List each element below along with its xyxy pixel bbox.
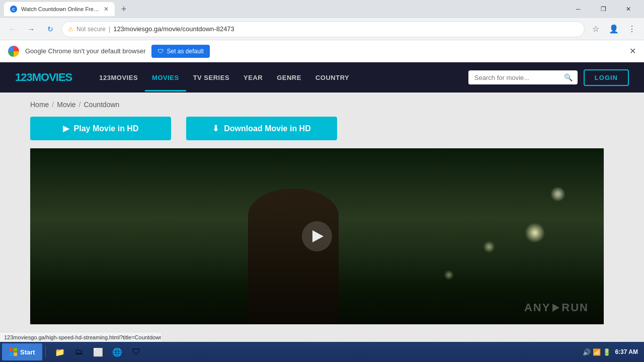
tab-title: Watch Countdown Online Free at 12 [21,6,100,12]
network-icon[interactable]: 📶 [593,348,601,356]
play-button[interactable]: ▶ Play Movie in HD [30,117,171,140]
taskbar: Start 📁 🗂 ⬜ 🌐 🛡 🔊 📶 🔋 6:37 AM [0,342,644,362]
play-icon: ▶ [63,124,69,133]
taskbar-app1-icon[interactable]: ⬜ [89,343,107,360]
site-nav: 123MOVIES 123MOVIES MOVIES TV SERIES YEA… [0,62,644,93]
chrome-logo [8,46,19,57]
reload-button[interactable]: ↻ [42,21,58,37]
toolbar-icons: ☆ 👤 ⋮ [588,21,640,37]
tab-bar: C Watch Countdown Online Free at 12 ✕ + [4,2,562,16]
menu-icon[interactable]: ⋮ [624,21,640,37]
back-button[interactable]: ← [4,21,20,37]
battery-icon[interactable]: 🔋 [603,348,611,356]
browser-titlebar: C Watch Countdown Online Free at 12 ✕ + … [0,0,644,18]
taskbar-security-icon[interactable]: 🛡 [127,343,145,360]
nav-year[interactable]: YEAR [236,64,270,92]
nav-links: 123MOVIES MOVIES TV SERIES YEAR GENRE CO… [92,64,468,92]
infobar-close-button[interactable]: ✕ [629,46,636,56]
nav-country[interactable]: COUNTRY [308,64,356,92]
browser-tab[interactable]: C Watch Countdown Online Free at 12 ✕ [4,2,115,16]
content-area: Home / Movie / Countdown ▶ Play Movie in… [0,93,644,330]
nav-genre[interactable]: GENRE [270,64,308,92]
protocol-label: Not secure [76,26,106,33]
sound-icon[interactable]: 🔊 [583,348,591,356]
taskbar-right: 🔊 📶 🔋 6:37 AM [583,348,642,356]
breadcrumb: Home / Movie / Countdown [30,101,644,109]
nav-movies[interactable]: MOVIES [145,64,186,92]
action-buttons: ▶ Play Movie in HD ⬇ Download Movie in H… [30,117,644,140]
address-text: 123moviesgo.ga/movie/countdown-82473 [113,25,578,33]
site-logo[interactable]: 123MOVIES [15,71,72,84]
maximize-button[interactable]: ❐ [592,2,615,16]
windows-logo [9,348,17,356]
video-player[interactable]: ANY RUN [30,148,604,324]
play-overlay-button[interactable] [302,221,332,251]
website-content: 123MOVIES 123MOVIES MOVIES TV SERIES YEA… [0,62,644,342]
taskbar-quick-launch: 📁 🗂 ⬜ 🌐 🛡 [49,343,147,360]
set-default-button[interactable]: 🛡 Set as default [151,45,209,58]
anyrun-watermark: ANY RUN [524,301,589,314]
status-url: 123moviesgo.ga/high-speed-hd-streaming.h… [4,334,161,340]
nav-tv-series[interactable]: TV SERIES [186,64,236,92]
taskbar-chrome-icon[interactable]: 🌐 [108,343,126,360]
breadcrumb-home[interactable]: Home [30,101,49,109]
taskbar-clock: 6:37 AM [615,348,638,355]
clock-time: 6:37 AM [615,348,638,355]
breadcrumb-current: Countdown [84,101,120,109]
close-button[interactable]: ✕ [617,2,640,16]
bookmark-icon[interactable]: ☆ [588,21,604,37]
download-icon: ⬇ [212,124,219,133]
search-box[interactable]: 🔍 [468,70,578,84]
window-controls: ─ ❐ ✕ [567,2,640,16]
breadcrumb-sep-2: / [79,101,81,109]
security-icon: ⚠ [68,26,73,33]
nav-123movies[interactable]: 123MOVIES [92,64,145,92]
taskbar-explorer-icon[interactable]: 📁 [51,343,69,360]
shield-icon: 🛡 [157,48,164,55]
minimize-button[interactable]: ─ [567,2,590,16]
search-button[interactable]: 🔍 [559,70,578,84]
new-tab-button[interactable]: + [117,2,131,16]
browser-toolbar: ← → ↻ ⚠ Not secure | 123moviesgo.ga/movi… [0,18,644,40]
play-triangle-icon [312,230,324,242]
infobar-message: Google Chrome isn't your default browser [25,47,145,55]
status-bar: 123moviesgo.ga/high-speed-hd-streaming.h… [0,332,161,342]
taskbar-folder-icon[interactable]: 🗂 [70,343,88,360]
tab-close-button[interactable]: ✕ [104,6,109,13]
system-tray: 🔊 📶 🔋 [583,348,611,356]
breadcrumb-movie[interactable]: Movie [57,101,75,109]
forward-button[interactable]: → [23,21,39,37]
breadcrumb-sep-1: / [52,101,54,109]
search-input[interactable] [468,71,559,84]
info-bar: Google Chrome isn't your default browser… [0,40,644,62]
profile-icon[interactable]: 👤 [606,21,622,37]
video-figure [248,189,339,324]
download-button[interactable]: ⬇ Download Movie in HD [186,117,337,140]
taskbar-separator [45,346,46,358]
login-button[interactable]: LOGIN [584,69,629,86]
tab-favicon: C [10,6,17,13]
start-button[interactable]: Start [2,343,42,360]
address-bar[interactable]: ⚠ Not secure | 123moviesgo.ga/movie/coun… [61,21,585,37]
anyrun-play-icon [552,304,559,312]
